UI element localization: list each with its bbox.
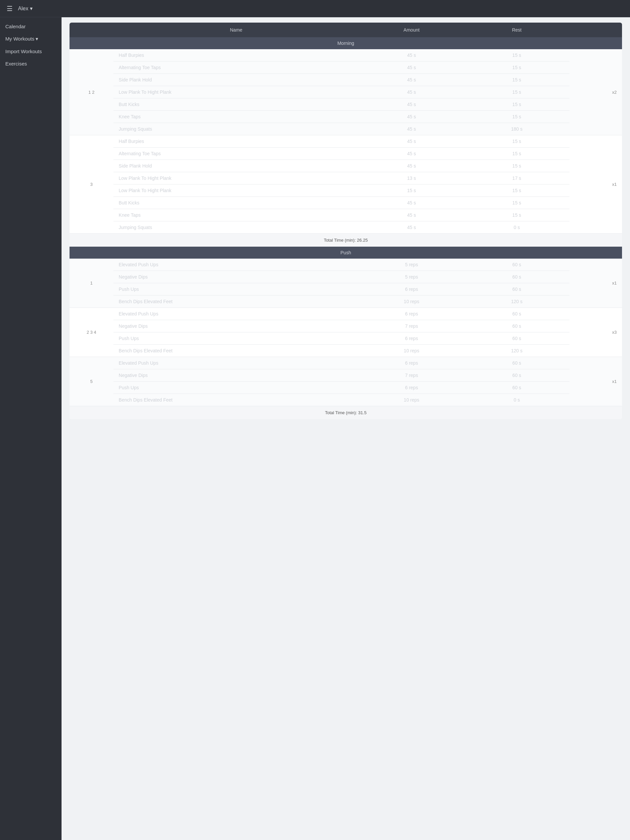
sidebar-item-exercises[interactable]: Exercises bbox=[0, 57, 62, 70]
table-row: Side Plank Hold 45 s 15 s bbox=[70, 160, 622, 172]
exercise-name: Low Plank To Hight Plank bbox=[114, 86, 359, 98]
exercise-amount: 45 s bbox=[359, 111, 464, 123]
exercise-name: Negative Dips bbox=[114, 320, 359, 332]
exercise-amount: 45 s bbox=[359, 98, 464, 111]
exercise-rest: 60 s bbox=[464, 382, 569, 394]
exercise-amount: 45 s bbox=[359, 74, 464, 86]
exercise-name: Half Burpies bbox=[114, 135, 359, 148]
set-number: 5 bbox=[70, 357, 114, 406]
set-number: 1 2 bbox=[70, 49, 114, 135]
table-row: Negative Dips 7 reps 60 s bbox=[70, 369, 622, 382]
sidebar-item-calendar[interactable]: Calendar bbox=[0, 20, 62, 33]
exercise-name: Bench Dips Elevated Feet bbox=[114, 394, 359, 406]
set-number: 2 3 4 bbox=[70, 308, 114, 357]
exercise-rest: 17 s bbox=[464, 172, 569, 185]
exercise-name: Knee Taps bbox=[114, 111, 359, 123]
multiplier: x1 bbox=[570, 357, 622, 406]
table-row: Alternating Toe Taps 45 s 15 s bbox=[70, 62, 622, 74]
exercise-amount: 10 reps bbox=[359, 394, 464, 406]
topbar-user[interactable]: Alex ▾ bbox=[18, 5, 33, 12]
exercise-amount: 45 s bbox=[359, 86, 464, 98]
set-number: 3 bbox=[70, 135, 114, 234]
exercise-name: Bench Dips Elevated Feet bbox=[114, 345, 359, 357]
exercise-name: Elevated Push Ups bbox=[114, 308, 359, 320]
exercise-name: Butt Kicks bbox=[114, 197, 359, 209]
exercise-rest: 15 s bbox=[464, 62, 569, 74]
total-time: Total Time (min): 26.25 bbox=[70, 234, 622, 247]
section-title: Morning bbox=[70, 37, 622, 49]
hamburger-icon[interactable]: ☰ bbox=[7, 5, 13, 13]
exercise-rest: 15 s bbox=[464, 111, 569, 123]
exercise-name: Side Plank Hold bbox=[114, 160, 359, 172]
exercise-name: Butt Kicks bbox=[114, 98, 359, 111]
exercise-name: Jumping Squats bbox=[114, 123, 359, 135]
exercise-amount: 6 reps bbox=[359, 382, 464, 394]
table-row: 1 Elevated Push Ups 5 reps 60 s x1 bbox=[70, 259, 622, 271]
exercise-amount: 7 reps bbox=[359, 369, 464, 382]
main-content: Name Amount Rest Morning 1 2 Half Burpie… bbox=[62, 0, 630, 840]
exercise-amount: 45 s bbox=[359, 221, 464, 234]
total-row-0: Total Time (min): 26.25 bbox=[70, 234, 622, 247]
table-row: Knee Taps 45 s 15 s bbox=[70, 209, 622, 221]
table-row: Low Plank To Hight Plank 13 s 17 s bbox=[70, 172, 622, 185]
exercise-name: Alternating Toe Taps bbox=[114, 62, 359, 74]
exercise-rest: 60 s bbox=[464, 357, 569, 369]
exercise-amount: 6 reps bbox=[359, 357, 464, 369]
exercise-name: Knee Taps bbox=[114, 209, 359, 221]
exercise-rest: 15 s bbox=[464, 185, 569, 197]
exercise-name: Bench Dips Elevated Feet bbox=[114, 295, 359, 308]
table-row: 2 3 4 Elevated Push Ups 6 reps 60 s x3 bbox=[70, 308, 622, 320]
table-row: Side Plank Hold 45 s 15 s bbox=[70, 74, 622, 86]
col-name-header: Name bbox=[114, 23, 359, 37]
exercise-rest: 60 s bbox=[464, 369, 569, 382]
sidebar-item-import-workouts[interactable]: Import Workouts bbox=[0, 45, 62, 57]
exercise-amount: 10 reps bbox=[359, 295, 464, 308]
exercise-amount: 13 s bbox=[359, 172, 464, 185]
exercise-name: Push Ups bbox=[114, 283, 359, 295]
table-row: Butt Kicks 45 s 15 s bbox=[70, 98, 622, 111]
table-row: Push Ups 6 reps 60 s bbox=[70, 283, 622, 295]
exercise-amount: 45 s bbox=[359, 123, 464, 135]
section-header-1: Push bbox=[70, 247, 622, 259]
exercise-name: Side Plank Hold bbox=[114, 74, 359, 86]
exercise-rest: 15 s bbox=[464, 160, 569, 172]
table-row: Jumping Squats 45 s 180 s bbox=[70, 123, 622, 135]
exercise-amount: 45 s bbox=[359, 160, 464, 172]
sidebar: Workout Tracker Calendar My Workouts ▾ I… bbox=[0, 0, 62, 840]
workout-table: Name Amount Rest Morning 1 2 Half Burpie… bbox=[70, 23, 622, 419]
exercise-rest: 180 s bbox=[464, 123, 569, 135]
table-row: Bench Dips Elevated Feet 10 reps 120 s bbox=[70, 295, 622, 308]
section-header-0: Morning bbox=[70, 37, 622, 49]
section-title: Push bbox=[70, 247, 622, 259]
exercise-name: Elevated Push Ups bbox=[114, 259, 359, 271]
exercise-name: Low Plank To Hight Plank bbox=[114, 172, 359, 185]
exercise-amount: 6 reps bbox=[359, 332, 464, 345]
exercise-amount: 45 s bbox=[359, 209, 464, 221]
exercise-amount: 45 s bbox=[359, 62, 464, 74]
table-row: 5 Elevated Push Ups 6 reps 60 s x1 bbox=[70, 357, 622, 369]
table-row: Push Ups 6 reps 60 s bbox=[70, 332, 622, 345]
exercise-rest: 15 s bbox=[464, 74, 569, 86]
total-row-1: Total Time (min): 31.5 bbox=[70, 406, 622, 420]
table-row: Low Plank To Hight Plank 45 s 15 s bbox=[70, 86, 622, 98]
table-row: 1 2 Half Burpies 45 s 15 s x2 bbox=[70, 49, 622, 62]
exercise-name: Elevated Push Ups bbox=[114, 357, 359, 369]
exercise-rest: 15 s bbox=[464, 197, 569, 209]
exercise-rest: 60 s bbox=[464, 259, 569, 271]
exercise-rest: 120 s bbox=[464, 345, 569, 357]
exercise-name: Alternating Toe Taps bbox=[114, 148, 359, 160]
col-rest-header: Rest bbox=[464, 23, 569, 37]
exercise-name: Push Ups bbox=[114, 332, 359, 345]
set-number: 1 bbox=[70, 259, 114, 308]
exercise-rest: 60 s bbox=[464, 283, 569, 295]
exercise-rest: 0 s bbox=[464, 221, 569, 234]
col-mult-header bbox=[570, 23, 622, 37]
table-row: Alternating Toe Taps 45 s 15 s bbox=[70, 148, 622, 160]
exercise-name: Jumping Squats bbox=[114, 221, 359, 234]
workout-table-card: Name Amount Rest Morning 1 2 Half Burpie… bbox=[70, 23, 622, 419]
exercise-amount: 15 s bbox=[359, 185, 464, 197]
table-row: Push Ups 6 reps 60 s bbox=[70, 382, 622, 394]
exercise-rest: 120 s bbox=[464, 295, 569, 308]
sidebar-item-my-workouts[interactable]: My Workouts ▾ bbox=[0, 33, 62, 45]
table-row: Low Plank To Hight Plank 15 s 15 s bbox=[70, 185, 622, 197]
